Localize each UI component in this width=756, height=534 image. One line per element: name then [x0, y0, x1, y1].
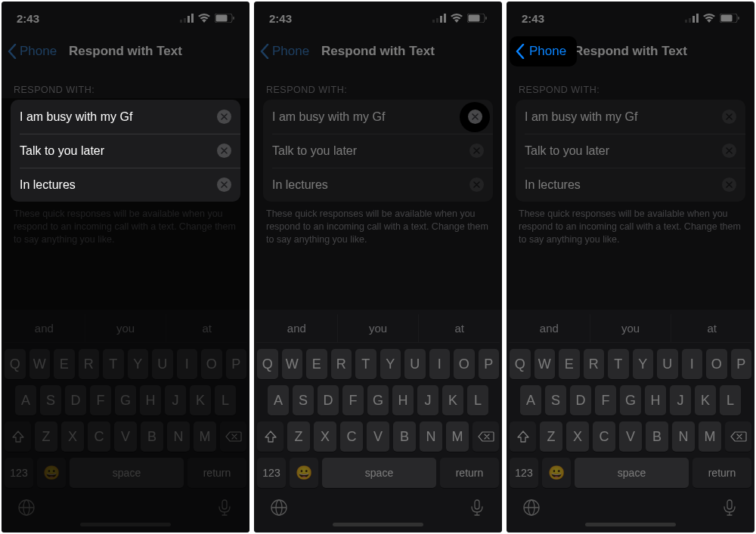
home-indicator[interactable]	[333, 523, 423, 526]
response-row[interactable]: Talk to you later	[516, 134, 745, 168]
clear-text-button[interactable]	[217, 144, 231, 158]
clear-text-button[interactable]	[722, 110, 736, 124]
key[interactable]: X	[566, 421, 589, 452]
space-key[interactable]: space	[70, 458, 184, 488]
key[interactable]: V	[367, 421, 389, 452]
response-row[interactable]: I am busy with my Gf	[263, 100, 493, 134]
response-text[interactable]: I am busy with my Gf	[525, 110, 722, 124]
back-button[interactable]: Phone	[260, 44, 309, 59]
key[interactable]: T	[103, 349, 124, 379]
response-row[interactable]: In lectures	[11, 168, 240, 202]
key[interactable]: G	[367, 385, 389, 415]
key[interactable]: M	[699, 421, 721, 452]
key[interactable]: D	[570, 385, 591, 415]
key[interactable]: C	[88, 421, 110, 452]
key[interactable]: G	[115, 385, 136, 415]
key[interactable]: C	[340, 421, 363, 452]
key[interactable]: T	[355, 349, 376, 379]
response-row[interactable]: I am busy with my Gf	[11, 100, 240, 134]
emoji-key[interactable]: 😀	[542, 458, 571, 488]
key[interactable]: E	[54, 349, 75, 379]
key[interactable]: P	[479, 349, 500, 379]
key[interactable]: W	[29, 349, 51, 379]
numbers-key[interactable]: 123	[257, 458, 286, 488]
clear-text-button[interactable]	[469, 177, 484, 192]
numbers-key[interactable]: 123	[510, 458, 538, 488]
mic-icon[interactable]	[720, 499, 739, 517]
response-text[interactable]: In lectures	[20, 178, 217, 192]
clear-text-button[interactable]	[469, 144, 484, 158]
mic-icon[interactable]	[468, 499, 486, 517]
key[interactable]: X	[61, 421, 84, 452]
key[interactable]: R	[331, 349, 352, 379]
suggestion[interactable]: at	[166, 314, 247, 342]
suggestion[interactable]: and	[4, 314, 85, 342]
key[interactable]: B	[646, 421, 668, 452]
key[interactable]: E	[306, 349, 327, 379]
shift-key[interactable]	[5, 421, 31, 452]
key[interactable]: O	[454, 349, 475, 379]
key[interactable]: K	[695, 385, 716, 415]
key[interactable]: Q	[257, 349, 278, 379]
key[interactable]: T	[608, 349, 629, 379]
key[interactable]: R	[79, 349, 100, 379]
key[interactable]: M	[446, 421, 469, 452]
key[interactable]: L	[467, 385, 488, 415]
key[interactable]: K	[442, 385, 463, 415]
return-key[interactable]: return	[692, 458, 751, 488]
key[interactable]: U	[404, 349, 426, 379]
key[interactable]: V	[114, 421, 137, 452]
shift-key[interactable]	[257, 421, 284, 452]
space-key[interactable]: space	[575, 458, 689, 488]
key[interactable]: A	[520, 385, 541, 415]
key[interactable]: H	[645, 385, 666, 415]
key[interactable]: Y	[380, 349, 401, 379]
delete-key[interactable]	[472, 421, 499, 452]
key[interactable]: D	[318, 385, 339, 415]
response-text[interactable]: In lectures	[272, 178, 469, 192]
key[interactable]: J	[417, 385, 438, 415]
suggestion[interactable]: at	[671, 314, 752, 342]
mic-icon[interactable]	[215, 499, 234, 517]
response-row[interactable]: In lectures	[263, 168, 493, 202]
key[interactable]: G	[620, 385, 641, 415]
key[interactable]: S	[40, 385, 61, 415]
key[interactable]: S	[545, 385, 566, 415]
key[interactable]: U	[657, 349, 678, 379]
suggestion[interactable]: you	[590, 314, 671, 342]
key[interactable]: I	[682, 349, 703, 379]
key[interactable]: A	[15, 385, 36, 415]
key[interactable]: R	[584, 349, 605, 379]
key[interactable]: S	[293, 385, 314, 415]
clear-text-button[interactable]	[217, 110, 231, 124]
key[interactable]: Z	[540, 421, 562, 452]
key[interactable]: Y	[633, 349, 654, 379]
key[interactable]: N	[672, 421, 695, 452]
key[interactable]: U	[152, 349, 173, 379]
key[interactable]: B	[141, 421, 163, 452]
key[interactable]: W	[282, 349, 303, 379]
globe-icon[interactable]	[270, 499, 288, 517]
globe-icon[interactable]	[17, 499, 36, 517]
delete-key[interactable]	[220, 421, 246, 452]
clear-text-button[interactable]	[722, 177, 736, 192]
clear-text-button[interactable]	[722, 144, 736, 158]
key[interactable]: Q	[510, 349, 531, 379]
key[interactable]: Y	[128, 349, 149, 379]
space-key[interactable]: space	[322, 458, 436, 488]
response-row[interactable]: I am busy with my Gf	[516, 100, 745, 134]
numbers-key[interactable]: 123	[5, 458, 33, 488]
clear-text-button[interactable]	[217, 177, 231, 192]
key[interactable]: N	[420, 421, 442, 452]
response-text[interactable]: Talk to you later	[272, 144, 469, 158]
key[interactable]: F	[595, 385, 616, 415]
response-text[interactable]: Talk to you later	[20, 144, 217, 158]
key[interactable]: B	[393, 421, 416, 452]
response-text[interactable]: I am busy with my Gf	[272, 110, 484, 124]
response-text[interactable]: In lectures	[525, 178, 722, 192]
emoji-key[interactable]: 😀	[37, 458, 66, 488]
key[interactable]: W	[534, 349, 556, 379]
home-indicator[interactable]	[585, 523, 676, 526]
key[interactable]: L	[720, 385, 741, 415]
key[interactable]: J	[165, 385, 186, 415]
